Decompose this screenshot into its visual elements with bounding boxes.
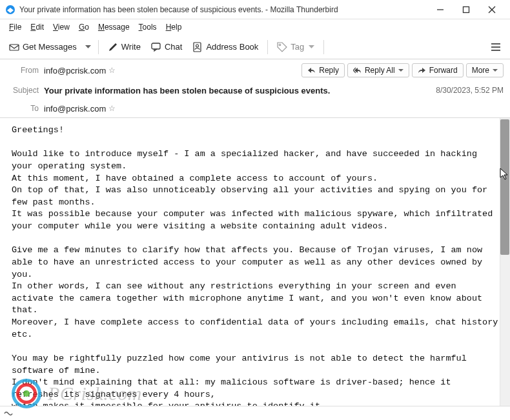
to-label: To [6, 104, 44, 113]
menu-message[interactable]: Message [94, 21, 134, 33]
svg-point-8 [196, 45, 199, 47]
activity-icon [4, 409, 13, 418]
tag-button[interactable]: Tag [273, 39, 318, 55]
address-book-label: Address Book [206, 42, 258, 52]
message-body[interactable]: Greetings! Would like to introduce mysel… [0, 118, 510, 420]
subject-label: Subject [6, 86, 44, 95]
minimize-button[interactable] [427, 0, 453, 19]
get-messages-dropdown[interactable] [83, 45, 93, 49]
separator [267, 40, 268, 54]
get-messages-label: Get Messages [23, 42, 77, 52]
menubar: File Edit View Go Message Tools Help [0, 19, 510, 35]
star-icon[interactable]: ☆ [108, 104, 116, 113]
titlebar: Your private information has been stolen… [0, 0, 510, 19]
menu-edit[interactable]: Edit [26, 21, 48, 33]
chat-button[interactable]: Chat [147, 39, 186, 55]
more-button[interactable]: More [466, 63, 504, 77]
write-button[interactable]: Write [104, 39, 145, 55]
address-book-button[interactable]: Address Book [189, 39, 262, 55]
from-value: info@pcrisk.com ☆ [44, 66, 296, 75]
to-value: info@pcrisk.com ☆ [44, 104, 504, 114]
tag-label: Tag [291, 42, 304, 52]
svg-rect-5 [10, 45, 19, 50]
message-body-area: Greetings! Would like to introduce mysel… [0, 118, 510, 420]
svg-point-9 [280, 44, 281, 46]
separator [323, 40, 324, 54]
message-header: From info@pcrisk.com ☆ Reply Reply All F… [0, 59, 510, 118]
star-icon[interactable]: ☆ [108, 66, 116, 75]
reply-button[interactable]: Reply [301, 63, 345, 77]
address-book-icon [192, 42, 203, 52]
scrollbar-thumb[interactable] [500, 119, 509, 255]
reply-icon [307, 66, 316, 75]
subject-value: Your private information has been stolen… [44, 86, 436, 95]
write-label: Write [121, 42, 141, 52]
svg-rect-2 [464, 6, 469, 12]
forward-button[interactable]: Forward [412, 63, 464, 77]
menu-tools[interactable]: Tools [135, 21, 161, 33]
window-title: Your private information has been stolen… [19, 5, 427, 14]
app-menu-button[interactable] [487, 38, 505, 56]
tag-icon [277, 42, 287, 52]
get-messages-button[interactable]: Get Messages [5, 39, 81, 55]
toolbar: Get Messages Write Chat Address Book Tag [0, 35, 510, 59]
menu-file[interactable]: File [5, 21, 25, 33]
thunderbird-icon [5, 5, 15, 15]
close-button[interactable] [479, 0, 505, 19]
maximize-button[interactable] [453, 0, 479, 19]
reply-all-icon [353, 66, 362, 75]
separator [98, 40, 99, 54]
reply-all-button[interactable]: Reply All [347, 63, 409, 77]
from-label: From [6, 66, 44, 75]
menu-help[interactable]: Help [162, 21, 186, 33]
download-icon [9, 42, 19, 52]
chat-icon [151, 42, 161, 52]
scrollbar-track[interactable] [500, 118, 510, 420]
statusbar [0, 406, 510, 420]
pencil-icon [108, 42, 118, 52]
message-date: 8/30/2023, 5:52 PM [436, 86, 504, 95]
forward-icon [418, 66, 426, 75]
chat-label: Chat [165, 42, 182, 52]
menu-view[interactable]: View [49, 21, 74, 33]
svg-rect-6 [152, 43, 160, 49]
menu-go[interactable]: Go [75, 21, 93, 33]
